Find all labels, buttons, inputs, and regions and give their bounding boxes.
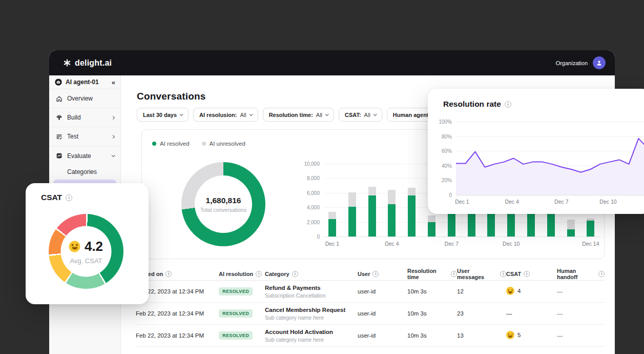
cell-user: user-id <box>358 310 407 317</box>
table-row[interactable]: Feb 22, 2023 at 12:34 PM RESOLVED Accoun… <box>136 325 605 347</box>
chevron-right-icon <box>111 134 115 138</box>
bar-segment-unresolved <box>348 192 356 207</box>
table-row[interactable]: Feb 22, 2023 at 12:34 PM RESOLVED Cancel… <box>136 303 605 325</box>
x-axis-tick: Dec 1 <box>447 199 477 205</box>
info-icon[interactable] <box>451 271 457 277</box>
cell-human-handoff: — <box>557 332 605 339</box>
sidebar-item-overview[interactable]: Overview <box>49 89 120 108</box>
col-csat[interactable]: CSAT <box>506 271 557 277</box>
col-label: AI resolution <box>219 271 253 277</box>
filter-resolution-time[interactable]: Resolution time: All <box>263 108 334 122</box>
csat-face-icon <box>506 287 514 295</box>
sidebar-item-evaluate[interactable]: Evaluate <box>49 146 120 165</box>
info-icon[interactable] <box>524 271 530 277</box>
cell-resolution-time: 10m 3s <box>407 288 457 294</box>
user-avatar[interactable] <box>593 56 606 69</box>
legend-ai-resolved[interactable]: AI resolved <box>152 141 190 147</box>
cell-category: Refund & Payments Subscription Cancellat… <box>265 285 358 299</box>
sidebar-item-test[interactable]: Test <box>49 127 120 146</box>
legend-ai-unresolved[interactable]: AI unresolved <box>202 141 245 147</box>
stacked-bar[interactable] <box>348 192 356 237</box>
y-axis-tick: 20% <box>442 178 452 183</box>
cell-status: RESOLVED <box>219 331 265 340</box>
info-icon[interactable] <box>505 101 511 108</box>
y-axis-tick: 80% <box>442 134 452 140</box>
agent-name: AI agent-01 <box>66 78 108 86</box>
stacked-bar[interactable] <box>328 212 336 237</box>
chevron-down-icon <box>325 112 329 116</box>
cell-status: RESOLVED <box>219 309 265 318</box>
sidebar-agent-selector[interactable]: AI agent-01 « <box>49 75 120 89</box>
cell-closed-on: Feb 22, 2023 at 12:34 PM <box>136 310 219 317</box>
x-axis-tick: Dec 10 <box>496 241 527 247</box>
table-row[interactable]: Feb 22, 2023 at 12:34 PM RESOLVED Refund… <box>136 281 605 303</box>
logo[interactable]: delight.ai <box>64 58 112 68</box>
col-user[interactable]: User <box>358 271 407 277</box>
stacked-bar[interactable] <box>368 187 376 237</box>
stacked-bar[interactable] <box>408 188 416 237</box>
chevron-down-icon <box>112 153 115 157</box>
csat-avg-value: 4.2 <box>85 239 103 254</box>
info-icon[interactable] <box>292 271 298 277</box>
subcategory-name: Sub category name here <box>265 314 358 321</box>
col-user-messages[interactable]: User messages <box>457 268 506 280</box>
filter-date-range[interactable]: Last 30 days <box>137 108 189 122</box>
col-resolution-time[interactable]: Resolution time <box>407 268 457 280</box>
sidebar-item-categories[interactable]: Categories <box>49 165 120 178</box>
filter-label: Resolution time: <box>269 112 313 118</box>
logo-asterisk-icon <box>64 60 71 67</box>
col-human-handoff[interactable]: Human handoff <box>557 268 605 280</box>
bar-segment-unresolved <box>388 190 396 204</box>
info-icon[interactable] <box>598 271 605 277</box>
y-axis-tick: 2,000 <box>307 220 320 225</box>
legend-label: AI unresolved <box>210 141 245 147</box>
col-category[interactable]: Category <box>265 271 358 277</box>
bar-segment-unresolved <box>408 188 416 195</box>
y-axis-tick: 0 <box>317 234 320 240</box>
cell-user: user-id <box>358 288 407 294</box>
info-icon[interactable] <box>256 271 262 277</box>
sidebar-item-build[interactable]: Build <box>49 108 120 127</box>
cell-human-handoff: — <box>557 288 605 294</box>
x-axis-tick: Dec 1 <box>317 241 348 247</box>
bar-segment-unresolved <box>567 220 575 229</box>
csat-avg-label: Avg. CSAT <box>70 257 102 265</box>
y-axis-tick: 40% <box>442 163 452 169</box>
bar-segment-resolved <box>368 195 376 237</box>
bar-segment-resolved <box>587 221 594 237</box>
screenshot-root: { "header": { "logo_text": "delight.ai",… <box>0 0 644 354</box>
col-label: User messages <box>457 268 497 280</box>
gridline <box>324 222 601 223</box>
csat-title: CSAT <box>41 193 72 202</box>
bar-segment-resolved <box>328 219 336 237</box>
bar-segment-resolved <box>388 204 396 237</box>
bar-segment-resolved <box>428 222 435 237</box>
stacked-bar[interactable] <box>388 190 396 237</box>
info-icon[interactable] <box>66 194 72 201</box>
organization-menu[interactable]: Organization <box>556 56 606 69</box>
col-label: Category <box>265 271 289 277</box>
cell-csat: — <box>506 310 557 317</box>
home-icon <box>55 95 63 102</box>
stacked-bar[interactable] <box>587 219 594 237</box>
total-conversations-value: 1,680,816 <box>206 196 241 205</box>
info-icon[interactable] <box>500 271 506 277</box>
cell-closed-on: Feb 22, 2023 at 12:34 PM <box>136 332 219 339</box>
sidebar-collapse-icon[interactable]: « <box>112 78 115 86</box>
gridline <box>324 237 601 237</box>
stacked-bar[interactable] <box>428 215 435 237</box>
info-icon[interactable] <box>372 271 379 277</box>
category-name: Refund & Payments <box>265 285 358 291</box>
logo-text: delight.ai <box>75 58 112 68</box>
chevron-right-icon <box>111 115 115 119</box>
sidebar-item-label: Test <box>67 133 107 140</box>
organization-label: Organization <box>556 60 588 66</box>
csat-avg-face-icon <box>69 241 80 252</box>
filter-ai-resolution[interactable]: AI resolusion: All <box>193 108 258 122</box>
info-icon[interactable] <box>165 271 172 277</box>
col-label: CSAT <box>506 271 521 277</box>
stacked-bar[interactable] <box>567 220 575 237</box>
filter-csat[interactable]: CSAT: All <box>339 108 382 122</box>
col-ai-resolution[interactable]: AI resolution <box>219 271 265 277</box>
bar-segment-resolved <box>408 195 416 237</box>
